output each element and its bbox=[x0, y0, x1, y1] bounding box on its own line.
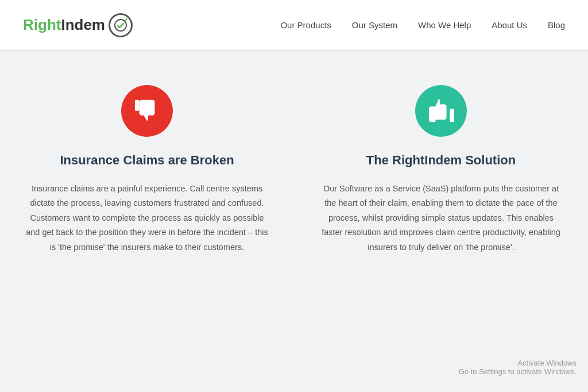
main-nav: Our Products Our System Who We Help Abou… bbox=[280, 20, 565, 30]
logo[interactable]: RightIndem bbox=[23, 13, 133, 37]
svg-line-1 bbox=[125, 19, 127, 21]
thumbs-up-icon bbox=[428, 98, 454, 124]
nav-who-we-help[interactable]: Who We Help bbox=[418, 20, 471, 30]
svg-rect-3 bbox=[450, 109, 454, 122]
broken-title: Insurance Claims are Broken bbox=[60, 153, 234, 168]
solution-title: The RightIndem Solution bbox=[366, 153, 516, 168]
cards-row: Insurance Claims are Broken Insurance cl… bbox=[23, 85, 565, 255]
card-solution: The RightIndem Solution Our Software as … bbox=[317, 85, 565, 255]
card-broken: Insurance Claims are Broken Insurance cl… bbox=[23, 85, 271, 255]
logo-icon bbox=[109, 13, 133, 37]
checkmark-icon bbox=[114, 18, 127, 32]
broken-text: Insurance claims are a painful experienc… bbox=[23, 182, 271, 255]
nav-about-us[interactable]: About Us bbox=[492, 20, 527, 30]
svg-point-0 bbox=[115, 20, 126, 31]
logo-text: RightIndem bbox=[23, 16, 105, 34]
site-header: RightIndem Our Products Our System Who W… bbox=[0, 0, 588, 51]
svg-rect-2 bbox=[135, 100, 140, 111]
watermark-line2: Go to Settings to activate Windows. bbox=[459, 367, 577, 376]
thumbs-down-icon bbox=[134, 98, 160, 124]
windows-watermark: Activate Windows Go to Settings to activ… bbox=[459, 359, 577, 376]
watermark-line1: Activate Windows bbox=[459, 359, 577, 367]
nav-our-products[interactable]: Our Products bbox=[280, 20, 331, 30]
solution-text: Our Software as a Service (SaaS) platfor… bbox=[317, 182, 565, 255]
nav-our-system[interactable]: Our System bbox=[352, 20, 397, 30]
solution-icon-circle bbox=[415, 85, 467, 137]
broken-icon-circle bbox=[121, 85, 173, 137]
nav-blog[interactable]: Blog bbox=[548, 20, 565, 30]
logo-indem: Indem bbox=[61, 16, 105, 33]
logo-right: Right bbox=[23, 16, 61, 33]
main-content: Insurance Claims are Broken Insurance cl… bbox=[0, 51, 588, 392]
